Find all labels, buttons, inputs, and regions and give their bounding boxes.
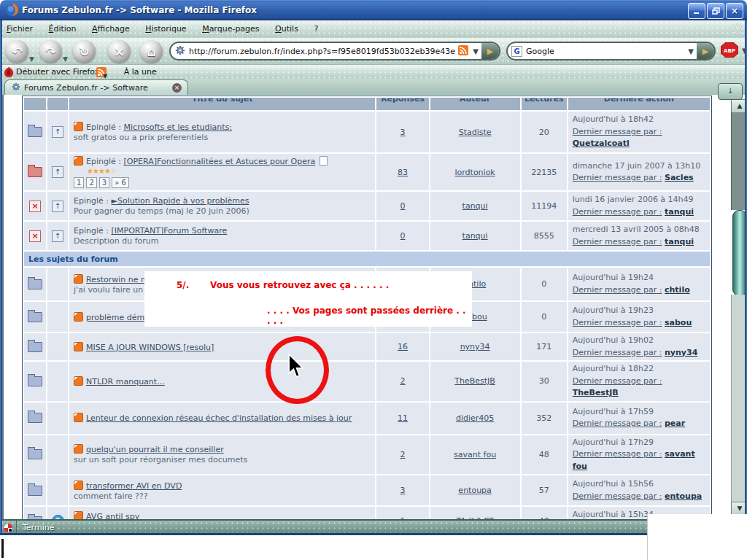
home-button[interactable]: ⌂ [140, 40, 163, 63]
forward-dropdown-icon[interactable]: ▼ [63, 55, 68, 63]
last-message-label[interactable]: Dernier message par : [573, 207, 662, 217]
last-message-author[interactable]: Quetzalcoatl [573, 139, 630, 148]
last-message-label[interactable]: Dernier message par : [573, 173, 662, 182]
menu-outils[interactable]: Outils [268, 20, 305, 34]
page-chip[interactable]: » 6 [112, 177, 129, 188]
annotation-step-label: 5/. [177, 280, 189, 290]
stop-button[interactable]: × [108, 40, 131, 63]
minimize-button[interactable] [688, 3, 705, 19]
last-message-author[interactable]: nyny34 [665, 348, 697, 357]
page-chip[interactable]: 1 [74, 177, 84, 188]
last-message-author[interactable]: tanqui [665, 207, 694, 217]
topic-link[interactable]: NTLDR manquant... [86, 377, 165, 386]
tab-list-dropdown-button[interactable]: ↓ [718, 83, 743, 100]
replies-link[interactable]: 2 [400, 376, 406, 386]
topic-link[interactable]: transformer AVI en DVD [86, 481, 182, 491]
header-titre[interactable]: Titre du sujet [69, 98, 375, 110]
bookmark-debuter[interactable]: Débuter avec Firefox [16, 65, 99, 77]
reload-button[interactable]: ↻ [73, 40, 96, 63]
replies-link[interactable]: 2 [400, 450, 406, 459]
header-reponses[interactable]: Réponses [376, 98, 428, 110]
last-message-author[interactable]: chtilo [665, 285, 690, 295]
last-message-label[interactable]: Dernier message par : [573, 491, 662, 501]
replies-link[interactable]: 16 [398, 342, 408, 351]
replies-link[interactable]: 0 [400, 201, 406, 211]
last-message-author[interactable]: tanqui [665, 237, 694, 246]
replies-link[interactable]: 11 [398, 413, 408, 423]
topic-link[interactable]: MISE A JOUR WINDOWS [resolu] [86, 343, 214, 352]
menu-fichier[interactable]: Fichier [0, 20, 39, 34]
author-link[interactable]: entoupa [458, 486, 491, 495]
action-date: Aujourd'hui à 19h02 [573, 335, 707, 347]
back-button[interactable]: ↶▼ [6, 40, 28, 63]
last-message-label[interactable]: Dernier message par : [573, 419, 662, 428]
tab-forums-zebulon[interactable]: Forums Zebulon.fr -> Software × [4, 79, 188, 96]
page-chip[interactable]: 3 [99, 177, 109, 188]
annotation-line1: Vous vous retrouvez avec ça . . . . . . [210, 280, 389, 290]
replies-link[interactable]: 0 [400, 231, 406, 241]
restore-button[interactable] [707, 3, 724, 19]
last-message-label[interactable]: Dernier message par : [573, 449, 662, 459]
search-bar[interactable]: G ▼ ▶ [506, 42, 716, 61]
author-link[interactable]: Stadiste [459, 128, 492, 137]
author-link[interactable]: tanqui [462, 201, 488, 211]
last-message-author[interactable]: sabou [665, 318, 692, 327]
topic-link[interactable]: Microsofts et les etudiants: [124, 122, 232, 132]
topic-link[interactable]: problème dém [86, 313, 144, 322]
topic-link[interactable]: Lenteur de connexion réseau échec d'inst… [86, 413, 352, 423]
adblock-plus-icon[interactable]: ABP [721, 42, 738, 60]
page-chip[interactable]: 2 [86, 177, 96, 188]
last-message-label[interactable]: Dernier message par : [573, 318, 662, 327]
last-message-author[interactable]: pear [665, 419, 685, 428]
topic-link[interactable]: [IMPORTANT]Forum Software [112, 226, 228, 236]
last-message-label[interactable]: Dernier message par : [573, 348, 662, 357]
menu-aide[interactable]: ? [307, 20, 325, 34]
menu-marque-pages[interactable]: Marque-pages [196, 20, 266, 34]
bookmark-a-la-une[interactable]: À la une [124, 65, 157, 77]
menu-historique[interactable]: Historique [139, 20, 193, 34]
header-auteur[interactable]: Auteur [430, 98, 520, 110]
replies-link[interactable]: 83 [398, 168, 408, 177]
url-dropdown-icon[interactable]: ▼ [470, 47, 481, 55]
menu-edition[interactable]: Édition [42, 20, 82, 34]
topic-link[interactable]: ►Solution Rapide à vos problèmes [112, 196, 249, 206]
author-link[interactable]: lordtoniok [454, 168, 495, 177]
last-message-author[interactable]: TheBestJB [573, 388, 619, 397]
search-input[interactable] [525, 47, 685, 56]
rss-feed-icon[interactable] [457, 45, 470, 58]
closed-topic-icon: × [29, 230, 41, 242]
topic-icon [74, 481, 83, 490]
author-link[interactable]: nyny34 [460, 342, 490, 351]
last-message-label[interactable]: Dernier message par : [573, 376, 662, 386]
back-dropdown-icon[interactable]: ▼ [29, 55, 34, 63]
last-message-author[interactable]: entoupa [665, 491, 702, 501]
topic-link[interactable]: AVG antil spy [86, 512, 139, 520]
tab-close-icon[interactable]: × [172, 83, 182, 93]
url-go-button[interactable]: ▶ [481, 43, 499, 59]
header-derniere-action[interactable]: Dernière action [568, 98, 710, 110]
forward-button[interactable]: ↷▼ [39, 40, 62, 63]
last-message-label[interactable]: Dernier message par : [573, 237, 662, 246]
menu-affichage[interactable]: Affichage [85, 20, 136, 34]
last-message-author[interactable]: Sacles [665, 173, 694, 182]
search-go-button[interactable]: ▶ [697, 43, 714, 59]
topic-desc: soft gratos ou a prix preferentiels [74, 133, 372, 142]
section-title: Les sujets du forum [24, 252, 710, 266]
url-input[interactable] [187, 47, 457, 56]
author-link[interactable]: TheBestJB [454, 376, 495, 386]
replies-link[interactable]: 3 [400, 486, 406, 495]
author-link[interactable]: tanqui [462, 231, 488, 241]
author-link[interactable]: savant fou [454, 450, 496, 459]
url-bar[interactable]: ▼ ▶ [169, 42, 500, 61]
close-button[interactable]: × [726, 3, 743, 19]
replies-link[interactable]: 3 [400, 128, 406, 137]
preview-page-icon[interactable] [320, 156, 328, 166]
header-lectures[interactable]: Lectures [522, 98, 567, 110]
last-message-label[interactable]: Dernier message par : [573, 127, 662, 136]
topic-link[interactable]: quelqu'un pourrait il me conseiller [86, 445, 224, 454]
author-link[interactable]: didier405 [456, 413, 494, 423]
search-dropdown-icon[interactable]: ▼ [685, 47, 697, 55]
topic-link[interactable]: [OPERA]Fonctionnalitées et Astuces pour … [124, 157, 316, 166]
last-message-label[interactable]: Dernier message par : [573, 285, 662, 295]
topic-icon [74, 122, 83, 131]
